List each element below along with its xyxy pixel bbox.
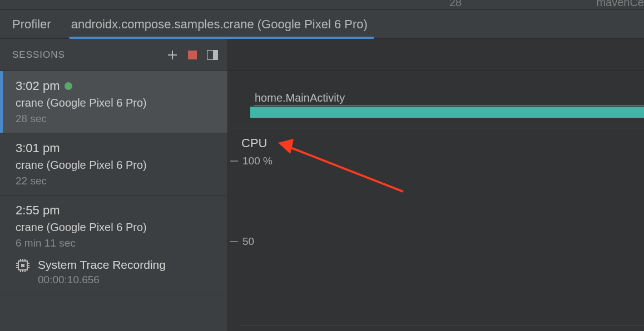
session-target: crane (Google Pixel 6 Pro) xyxy=(16,159,217,172)
svg-rect-4 xyxy=(21,264,24,267)
activity-label: home.MainActivity xyxy=(255,92,345,104)
track-divider xyxy=(239,325,644,325)
tab-profiler-label: Profiler xyxy=(12,17,51,32)
sessions-title: SESSIONS xyxy=(12,49,65,61)
session-time: 3:01 pm xyxy=(16,141,60,156)
recording-time: 00:00:10.656 xyxy=(38,274,166,286)
layout-toggle-button[interactable] xyxy=(204,47,221,63)
tick-label: 50 xyxy=(242,235,254,248)
live-indicator-icon xyxy=(65,82,72,90)
cpu-tick-50: 50 xyxy=(230,235,254,248)
tick-label: 100 % xyxy=(242,155,273,167)
session-item[interactable]: 3:02 pm crane (Google Pixel 6 Pro) 28 se… xyxy=(0,71,227,133)
session-duration: 6 min 11 sec xyxy=(16,237,217,249)
code-fragment: mavenCe xyxy=(596,0,644,9)
svg-rect-0 xyxy=(188,51,197,59)
stop-session-button[interactable] xyxy=(184,47,201,63)
tab-process[interactable]: androidx.compose.samples.crane (Google P… xyxy=(69,10,370,39)
cpu-chip-icon xyxy=(16,258,30,273)
sessions-list: 3:02 pm crane (Google Pixel 6 Pro) 28 se… xyxy=(0,71,227,331)
tick-mark-icon xyxy=(230,161,238,162)
editor-strip: 28 mavenCe xyxy=(0,0,644,10)
timeline-header xyxy=(228,39,644,71)
tab-process-label: androidx.compose.samples.crane (Google P… xyxy=(71,17,368,32)
cpu-title: CPU xyxy=(241,136,267,151)
session-duration: 28 sec xyxy=(16,113,217,125)
activity-bar xyxy=(250,107,644,118)
sessions-header: SESSIONS xyxy=(0,39,227,71)
line-number: 28 xyxy=(449,0,462,9)
profiler-content[interactable]: home.MainActivity CPU 100 % 50 xyxy=(228,39,644,331)
session-duration: 22 sec xyxy=(16,175,217,187)
add-session-button[interactable] xyxy=(164,47,181,63)
activity-track[interactable]: home.MainActivity xyxy=(250,103,644,118)
svg-rect-2 xyxy=(213,51,217,59)
profiler-tabbar: Profiler androidx.compose.samples.crane … xyxy=(0,10,644,39)
panel-icon xyxy=(207,50,218,60)
session-target: crane (Google Pixel 6 Pro) xyxy=(16,97,217,109)
tick-mark-icon xyxy=(230,241,238,242)
activity-underline xyxy=(254,105,644,106)
session-target: crane (Google Pixel 6 Pro) xyxy=(16,221,217,234)
stop-icon xyxy=(187,50,197,60)
recording-title: System Trace Recording xyxy=(38,258,166,272)
session-time: 3:02 pm xyxy=(16,79,60,93)
session-item[interactable]: 2:55 pm crane (Google Pixel 6 Pro) 6 min… xyxy=(0,195,227,294)
recording-entry[interactable]: System Trace Recording 00:00:10.656 xyxy=(16,258,217,286)
plus-icon xyxy=(167,50,177,60)
cpu-track[interactable]: CPU 100 % 50 xyxy=(228,128,644,331)
tab-profiler[interactable]: Profiler xyxy=(10,10,53,39)
cpu-tick-100: 100 % xyxy=(230,155,273,167)
sessions-sidebar: SESSIONS 3:02 pm crane (Google Pixel 6 P… xyxy=(0,39,228,331)
session-item[interactable]: 3:01 pm crane (Google Pixel 6 Pro) 22 se… xyxy=(0,133,227,195)
session-time: 2:55 pm xyxy=(16,203,60,218)
